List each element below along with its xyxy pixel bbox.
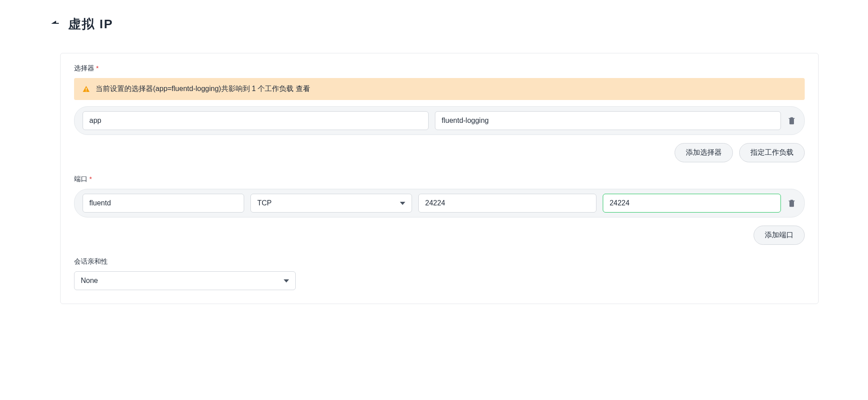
back-arrow-icon[interactable]	[49, 19, 60, 30]
required-asterisk: *	[96, 64, 99, 72]
svg-rect-1	[86, 91, 87, 91]
alert-text: 当前设置的选择器(app=fluentd-logging)共影响到 1 个工作负…	[96, 84, 310, 94]
chevron-down-icon	[284, 279, 289, 283]
port-protocol-value: TCP	[257, 199, 272, 207]
port-target-input[interactable]	[603, 194, 781, 213]
port-protocol-select[interactable]: TCP	[250, 194, 412, 213]
selector-label-text: 选择器	[74, 64, 94, 72]
port-button-row: 添加端口	[74, 226, 805, 245]
selector-alert: 当前设置的选择器(app=fluentd-logging)共影响到 1 个工作负…	[74, 78, 805, 100]
trash-icon[interactable]	[787, 116, 796, 125]
affinity-label: 会话亲和性	[74, 257, 805, 266]
alert-prefix: 当前设置的选择器(app=fluentd-logging)共影响到 1 个工作负…	[96, 85, 296, 92]
selector-label: 选择器*	[74, 64, 805, 73]
selector-button-row: 添加选择器 指定工作负载	[74, 143, 805, 162]
port-row: TCP	[74, 189, 805, 217]
add-selector-button[interactable]: 添加选择器	[675, 143, 733, 162]
form-panel: 选择器* 当前设置的选择器(app=fluentd-logging)共影响到 1…	[60, 53, 819, 304]
selector-row	[74, 106, 805, 135]
required-asterisk: *	[89, 175, 92, 183]
add-port-button[interactable]: 添加端口	[754, 226, 805, 245]
port-label: 端口*	[74, 175, 805, 183]
affinity-value: None	[81, 277, 98, 285]
alert-view-link[interactable]: 查看	[296, 85, 310, 92]
page-title: 虚拟 IP	[68, 16, 113, 33]
warning-icon	[82, 85, 90, 93]
port-name-input[interactable]	[83, 194, 244, 213]
page-header: 虚拟 IP	[49, 16, 819, 33]
affinity-select[interactable]: None	[74, 271, 296, 290]
port-label-text: 端口	[74, 175, 88, 183]
svg-rect-0	[86, 88, 87, 90]
chevron-down-icon	[400, 202, 405, 205]
selector-value-input[interactable]	[435, 111, 781, 130]
selector-key-input[interactable]	[83, 111, 429, 130]
trash-icon[interactable]	[787, 199, 796, 208]
specify-workload-button[interactable]: 指定工作负载	[739, 143, 805, 162]
port-number-input[interactable]	[418, 194, 596, 213]
